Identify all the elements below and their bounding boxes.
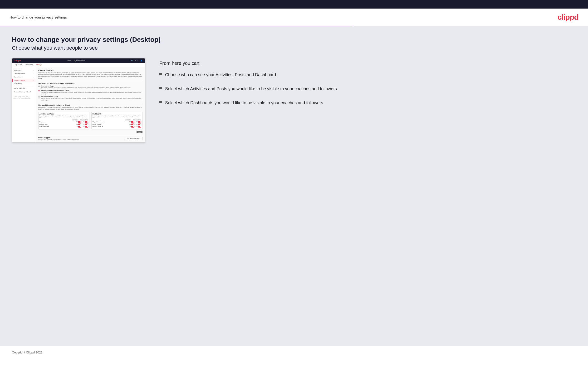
sidebar-help-label: Help & Support ↗ <box>14 87 25 89</box>
radio-only-you[interactable]: Only You and Your Coach Only you and the… <box>38 96 142 101</box>
sidebar-subscription-label: Subscription <box>14 76 22 78</box>
bullet-square-1 <box>159 73 162 75</box>
manual-coaches-toggle-group: ON <box>76 126 82 128</box>
bullet-square-2 <box>159 87 162 89</box>
feature-tables-row: Activities and Posts Select the types of… <box>38 112 142 129</box>
help-text-block: Help & Support Visit the Clippd communit… <box>38 137 80 140</box>
subnav-profile[interactable]: My Profile <box>15 64 22 66</box>
visit-community-button[interactable]: Visit Our Community ↗ <box>125 137 142 140</box>
rounds-row: Rounds ON ON <box>40 121 88 123</box>
sidebar-divider <box>14 86 34 86</box>
footer: Copyright Clippd 2022 <box>0 346 588 359</box>
round-insights-row: Round Insights ON ON <box>93 124 141 125</box>
wtwo-coaches-toggle[interactable] <box>131 126 134 128</box>
pd-followers-toggle-group: ON <box>136 121 141 123</box>
grid-icon: ⊞ <box>135 60 136 61</box>
mockup-nav-icons: 🔍 ⊞ ☾ 👤 <box>131 60 142 61</box>
radio-everyone[interactable]: Everyone on Clippd Everyone on Clippd ca… <box>38 85 142 89</box>
mockup-body: My Account › Data Integrations › Subscri… <box>12 67 145 142</box>
player-dashboard-toggles: ON ON <box>129 121 141 123</box>
sidebar-item-help[interactable]: Help & Support ↗ <box>12 86 36 90</box>
radio-group: Everyone on Clippd Everyone on Clippd ca… <box>38 85 142 101</box>
radio-only-you-label: Only You and Your Coach <box>41 96 142 97</box>
mockup-sidebar: My Account › Data Integrations › Subscri… <box>12 67 36 142</box>
practice-followers-toggle[interactable] <box>85 124 88 125</box>
rounds-coaches-toggle-group: ON <box>76 121 82 123</box>
sidebar-item-privacy-policy[interactable]: Service & Privacy Policy ↗ <box>12 90 36 94</box>
chevron-right-icon: › <box>33 73 34 74</box>
pd-coaches-toggle-group: ON <box>129 121 135 123</box>
mockup-subnav: My Profile Connections Settings <box>12 63 145 67</box>
manual-coaches-toggle[interactable] <box>78 126 81 128</box>
wtwo-followers-toggle[interactable] <box>138 126 141 128</box>
who-can-see-title: Who Can See Your Activities and Dashboar… <box>38 83 142 84</box>
header: How to change your privacy settings clip… <box>0 8 588 26</box>
radio-only-you-desc: Only you and the coaches you connect wit… <box>41 98 142 101</box>
dash-coaches-header-label: COACHES <box>125 119 131 121</box>
privacy-controls-title: Privacy Controls <box>38 69 142 71</box>
save-button[interactable]: Save <box>137 131 142 133</box>
what-to-work-on-label: What To Work On <box>93 126 103 127</box>
subnav-settings[interactable]: Settings <box>36 64 42 66</box>
top-bar <box>0 0 588 8</box>
radio-button-only-you[interactable] <box>38 96 40 98</box>
rounds-toggles: ON ON <box>76 121 88 123</box>
ri-coaches-on-label: ON <box>129 124 131 125</box>
activities-title: Activities and Posts <box>40 113 88 115</box>
sidebar-item-golf-bag[interactable]: My Golf Bag › <box>12 82 36 85</box>
mockup-nav-links: Home My Performance <box>67 60 85 61</box>
wtwo-coaches-toggle-group: ON <box>129 126 135 128</box>
from-here-title: From here you can: <box>159 61 576 66</box>
radio-followers-desc: Only approved followers and coaches you … <box>41 92 142 94</box>
radio-button-everyone[interactable] <box>38 85 40 87</box>
sidebar-item-data-integrations[interactable]: Data Integrations › <box>12 72 36 75</box>
screenshot-column: clippd Home My Performance 🔍 ⊞ ☾ 👤 My Pr… <box>12 58 145 142</box>
manual-followers-toggle-group: ON <box>83 126 88 128</box>
mockup-nav-home: Home <box>67 60 71 61</box>
help-section: Help & Support Visit the Clippd communit… <box>38 135 142 140</box>
moon-icon: ☾ <box>138 60 139 61</box>
radio-everyone-desc: Everyone on Clippd can search for you an… <box>41 87 131 89</box>
two-col-layout: clippd Home My Performance 🔍 ⊞ ☾ 👤 My Pr… <box>12 58 576 142</box>
radio-followers[interactable]: Only Approved Followers and Your Coach O… <box>38 90 142 94</box>
manual-followers-toggle[interactable] <box>85 126 88 128</box>
radio-button-followers[interactable] <box>38 90 40 92</box>
chevron-right-icon: › <box>33 70 34 71</box>
mockup-main-panel: Privacy Controls Control how you and you… <box>36 67 145 142</box>
help-title: Help & Support <box>38 137 80 139</box>
pd-coaches-toggle[interactable] <box>131 121 134 123</box>
practice-followers-on-label: ON <box>83 124 85 125</box>
rounds-followers-toggle-group: ON <box>83 121 88 123</box>
bullet-text-3: Select which Dashboards you would like t… <box>165 100 324 106</box>
subnav-connections[interactable]: Connections <box>25 64 33 66</box>
chevron-right-icon: › <box>33 80 34 81</box>
rounds-followers-toggle[interactable] <box>85 121 88 123</box>
sidebar-version: Clippd Client Version: 2022.8.2SQL Serve… <box>12 94 36 100</box>
activities-posts-section: Activities and Posts Select the types of… <box>38 112 89 129</box>
radio-everyone-label: Everyone on Clippd <box>41 85 131 87</box>
app-mockup: clippd Home My Performance 🔍 ⊞ ☾ 👤 My Pr… <box>12 58 145 142</box>
practice-followers-toggle-group: ON <box>83 124 88 125</box>
show-hide-desc: Regardless of the privacy controls that … <box>38 107 142 110</box>
sidebar-item-subscription[interactable]: Subscription › <box>12 75 36 79</box>
ri-coaches-toggle[interactable] <box>131 124 134 125</box>
help-desc: Visit the Clippd community to troublesho… <box>38 139 80 140</box>
rounds-coaches-toggle[interactable] <box>78 121 81 123</box>
practice-coaches-toggle-group: ON <box>76 124 82 125</box>
sidebar-item-account[interactable]: My Account › <box>12 69 36 72</box>
ri-followers-toggle[interactable] <box>138 124 141 125</box>
activities-header: COACHES FOLLOWERS <box>40 119 88 121</box>
bullet-square-3 <box>159 101 162 103</box>
player-dashboard-row: Player Dashboard ON ON <box>93 121 141 123</box>
page-heading: How to change your privacy settings (Des… <box>12 36 576 43</box>
logo: clippd <box>558 13 579 22</box>
sidebar-golf-label: My Golf Bag <box>14 83 22 84</box>
manual-activities-row: Manual Activities ON ON <box>40 126 88 128</box>
manual-coaches-on-label: ON <box>76 126 78 127</box>
practice-coaches-toggle[interactable] <box>78 124 81 125</box>
page-subheading: Choose what you want people to see <box>12 45 576 51</box>
visit-community-label: Visit Our Community ↗ <box>127 138 140 139</box>
pd-followers-toggle[interactable] <box>138 121 141 123</box>
sidebar-item-privacy[interactable]: Privacy Controls › <box>12 79 36 82</box>
rounds-coaches-on-label: ON <box>76 121 78 123</box>
